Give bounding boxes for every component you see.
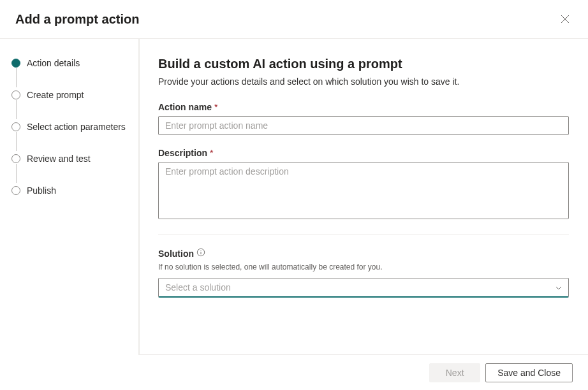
step-circle-icon	[11, 154, 20, 163]
step-connector	[16, 68, 17, 87]
step-review-and-test[interactable]: Review and test	[11, 152, 128, 165]
section-divider	[158, 235, 569, 235]
solution-label: Solution	[158, 248, 569, 259]
description-input[interactable]	[158, 162, 569, 219]
action-name-label: Action name *	[158, 102, 569, 112]
label-text: Action name	[158, 102, 212, 112]
step-label: Select action parameters	[27, 122, 126, 132]
stepper-nav: Action details Create prompt Select acti…	[0, 39, 139, 355]
label-text: Solution	[158, 249, 194, 259]
step-action-details[interactable]: Action details	[11, 57, 128, 69]
dialog-title: Add a prompt action	[15, 12, 139, 27]
field-description: Description *	[158, 148, 569, 222]
solution-helper-text: If no solution is selected, one will aut…	[158, 263, 569, 271]
step-create-prompt[interactable]: Create prompt	[11, 89, 128, 101]
step-circle-icon	[11, 186, 20, 195]
field-action-name: Action name *	[158, 102, 569, 135]
step-circle-icon	[11, 90, 20, 99]
info-icon[interactable]	[196, 248, 205, 259]
section-title: Build a custom AI action using a prompt	[158, 57, 569, 71]
save-and-close-button[interactable]: Save and Close	[485, 363, 573, 382]
step-connector	[16, 100, 17, 119]
label-text: Description	[158, 148, 207, 158]
step-circle-icon	[11, 122, 20, 131]
dialog-header: Add a prompt action	[0, 0, 588, 39]
dialog-footer: Next Save and Close	[139, 354, 588, 390]
step-label: Publish	[27, 185, 56, 196]
step-select-action-parameters[interactable]: Select action parameters	[11, 120, 128, 133]
action-name-input[interactable]	[158, 116, 569, 135]
sidebar-border-line	[139, 38, 140, 390]
svg-point-4	[200, 250, 201, 251]
step-label: Action details	[27, 58, 80, 68]
step-connector	[16, 132, 17, 151]
solution-select-wrapper: Select a solution	[158, 278, 569, 298]
step-label: Create prompt	[27, 90, 84, 100]
description-label: Description *	[158, 148, 569, 158]
step-connector	[16, 164, 17, 183]
field-solution: Solution If no solution is selected, one…	[158, 248, 569, 298]
step-publish[interactable]: Publish	[11, 184, 128, 197]
dialog-body: Action details Create prompt Select acti…	[0, 39, 588, 355]
next-button: Next	[429, 363, 480, 382]
required-marker: *	[210, 148, 213, 158]
required-marker: *	[214, 102, 217, 112]
section-subtitle: Provide your actions details and select …	[158, 76, 569, 87]
step-circle-icon	[11, 59, 20, 68]
close-icon	[560, 17, 570, 26]
solution-select[interactable]: Select a solution	[158, 278, 569, 298]
main-panel: Build a custom AI action using a prompt …	[139, 39, 588, 355]
step-label: Review and test	[27, 154, 91, 164]
close-button[interactable]	[557, 11, 573, 27]
